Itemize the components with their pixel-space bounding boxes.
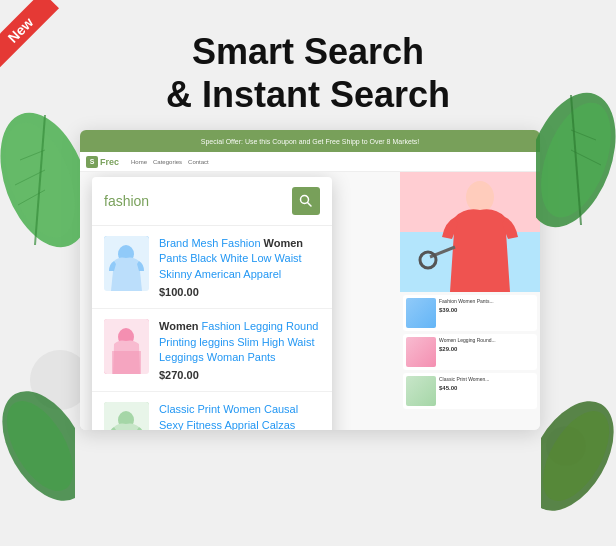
nav-links: Home Categories Contact xyxy=(131,159,209,165)
browser-nav: S Frec Home Categories Contact xyxy=(80,152,540,172)
search-result-item[interactable]: Women Fashion Legging Round Printing leg… xyxy=(92,309,332,392)
right-product-title: Women Legging Round... xyxy=(439,337,496,344)
svg-point-29 xyxy=(466,181,494,213)
product-info: Women Fashion Legging Round Printing leg… xyxy=(159,319,320,381)
search-result-item[interactable]: Classic Print Women Causal Sexy Fitness … xyxy=(92,392,332,430)
leaf-decoration-right xyxy=(536,80,616,240)
product-info: Classic Print Women Causal Sexy Fitness … xyxy=(159,402,320,430)
right-product-title: Classic Print Women... xyxy=(439,376,489,383)
product-thumbnail xyxy=(104,319,149,374)
ribbon-label: New xyxy=(0,0,59,68)
new-ribbon: New xyxy=(0,0,80,80)
right-product-title: Fashion Women Pants... xyxy=(439,298,494,305)
product-title: Women Fashion Legging Round Printing leg… xyxy=(159,319,320,365)
leaf-decoration-left xyxy=(0,100,80,260)
nav-contact: Contact xyxy=(188,159,209,165)
nav-home: Home xyxy=(131,159,147,165)
right-product-details: Women Legging Round... $29.00 xyxy=(439,337,496,367)
svg-rect-21 xyxy=(112,351,141,374)
right-product-card[interactable]: Classic Print Women... $45.00 xyxy=(403,373,537,409)
topbar-text: Special Offer: Use this Coupon and Get F… xyxy=(88,138,532,145)
product-title: Classic Print Women Causal Sexy Fitness … xyxy=(159,402,320,430)
browser-main: H fashion xyxy=(80,172,400,430)
right-product-image xyxy=(406,376,436,406)
search-icon xyxy=(299,194,313,208)
product-title: Brand Mesh Fashion Women Pants Black Whi… xyxy=(159,236,320,282)
search-dropdown: fashion xyxy=(92,177,332,430)
right-product-image xyxy=(406,337,436,367)
right-product-details: Fashion Women Pants... $39.00 xyxy=(439,298,494,328)
right-product-card[interactable]: Fashion Women Pants... $39.00 xyxy=(403,295,537,331)
search-result-item[interactable]: Brand Mesh Fashion Women Pants Black Whi… xyxy=(92,226,332,309)
right-product-card[interactable]: Women Legging Round... $29.00 xyxy=(403,334,537,370)
product-thumbnail xyxy=(104,402,149,430)
shopify-icon: S xyxy=(86,156,98,168)
svg-line-16 xyxy=(308,203,312,207)
product-price: $270.00 xyxy=(159,369,320,381)
featured-product-image xyxy=(400,172,540,292)
main-title: Smart Search & Instant Search xyxy=(0,30,616,116)
right-product-details: Classic Print Women... $45.00 xyxy=(439,376,489,406)
product-thumbnail xyxy=(104,236,149,291)
search-results-list: Brand Mesh Fashion Women Pants Black Whi… xyxy=(92,226,332,430)
search-query-text: fashion xyxy=(104,193,286,209)
search-button[interactable] xyxy=(292,187,320,215)
nav-categories: Categories xyxy=(153,159,182,165)
right-product-price: $29.00 xyxy=(439,346,496,352)
right-product-image xyxy=(406,298,436,328)
browser-topbar: Special Offer: Use this Coupon and Get F… xyxy=(80,130,540,152)
shopify-logo: S Frec xyxy=(86,156,119,168)
browser-content: H fashion xyxy=(80,172,540,430)
title-area: Smart Search & Instant Search xyxy=(0,0,616,136)
browser-mockup: Special Offer: Use this Coupon and Get F… xyxy=(80,130,540,430)
right-product-price: $39.00 xyxy=(439,307,494,313)
leaf-decoration-left-bottom xyxy=(0,376,75,516)
right-product-list: Fashion Women Pants... $39.00 Women Legg… xyxy=(400,292,540,412)
search-bar[interactable]: fashion xyxy=(92,177,332,226)
browser-right-panel: Fashion Women Pants... $39.00 Women Legg… xyxy=(400,172,540,430)
leaf-decoration-right-bottom xyxy=(541,386,616,526)
logo-text: Frec xyxy=(100,157,119,167)
right-product-price: $45.00 xyxy=(439,385,489,391)
product-info: Brand Mesh Fashion Women Pants Black Whi… xyxy=(159,236,320,298)
product-price: $100.00 xyxy=(159,286,320,298)
